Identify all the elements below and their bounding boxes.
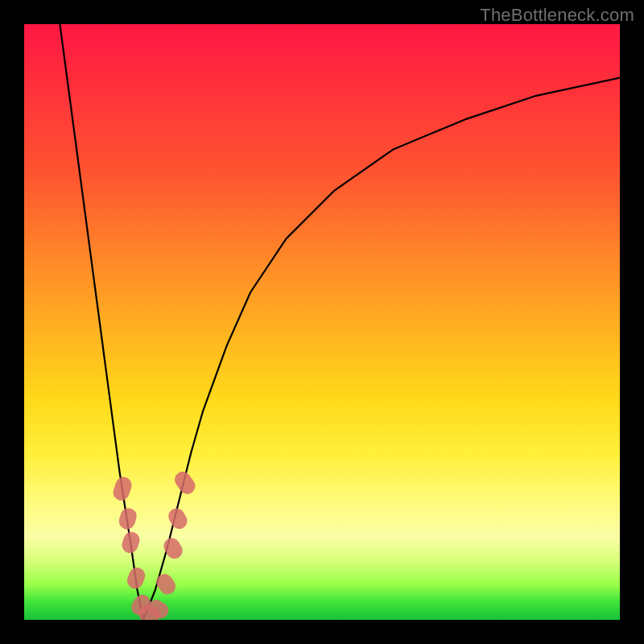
marker-pill xyxy=(171,469,198,497)
marker-pill xyxy=(165,506,190,532)
watermark-text: TheBottleneck.com xyxy=(480,5,634,26)
marker-pill xyxy=(117,506,138,531)
chart-frame: TheBottleneck.com xyxy=(0,0,644,644)
marker-pill xyxy=(111,475,134,502)
marker-layer xyxy=(111,469,198,620)
bottleneck-curve-left xyxy=(60,24,143,620)
plot-area xyxy=(24,24,620,620)
plot-svg xyxy=(24,24,620,620)
marker-pill xyxy=(125,565,147,591)
bottleneck-curve-right xyxy=(143,78,620,620)
marker-pill xyxy=(120,530,142,555)
marker-pill xyxy=(153,571,179,597)
